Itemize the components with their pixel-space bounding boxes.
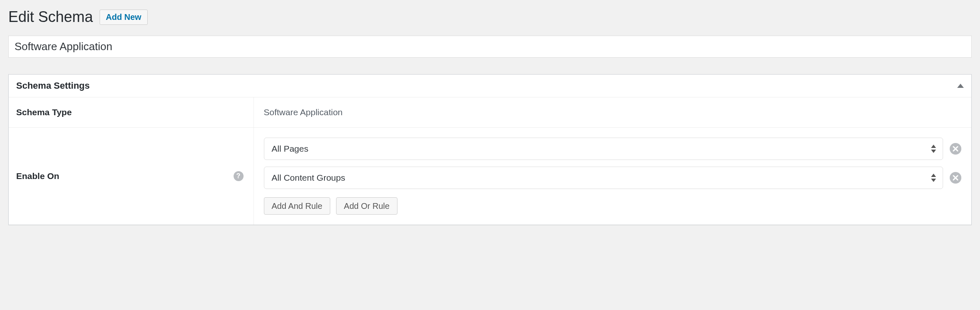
schema-title-input[interactable] (8, 36, 972, 58)
schema-settings-box: Schema Settings Schema Type Software App… (8, 74, 972, 225)
page-header: Edit Schema Add New (8, 8, 972, 26)
help-icon[interactable]: ? (234, 171, 244, 181)
add-new-button[interactable]: Add New (100, 10, 148, 25)
schema-settings-header: Schema Settings (9, 75, 971, 97)
rule-row: All Pages (264, 138, 962, 160)
rule-row: All Content Groups (264, 167, 962, 189)
remove-rule-button[interactable] (950, 172, 961, 184)
add-rule-buttons: Add And Rule Add Or Rule (264, 197, 962, 215)
collapse-toggle-icon[interactable] (957, 84, 964, 88)
rule-select-value: All Content Groups (272, 173, 345, 183)
select-stepper-icon (931, 172, 939, 184)
schema-settings-heading: Schema Settings (16, 80, 90, 91)
rule-select-value: All Pages (272, 144, 309, 154)
close-icon (953, 175, 958, 181)
schema-type-label: Schema Type (9, 97, 254, 128)
close-icon (953, 146, 958, 152)
rule-select[interactable]: All Content Groups (264, 167, 943, 189)
enable-on-cell: All Pages (254, 128, 971, 225)
enable-on-label: Enable On ? (9, 128, 254, 225)
rule-select[interactable]: All Pages (264, 138, 943, 160)
select-stepper-icon (931, 143, 939, 155)
schema-type-value: Software Application (254, 97, 971, 128)
page-title: Edit Schema (8, 8, 93, 26)
add-or-rule-button[interactable]: Add Or Rule (336, 197, 397, 215)
add-and-rule-button[interactable]: Add And Rule (264, 197, 330, 215)
remove-rule-button[interactable] (950, 143, 961, 155)
